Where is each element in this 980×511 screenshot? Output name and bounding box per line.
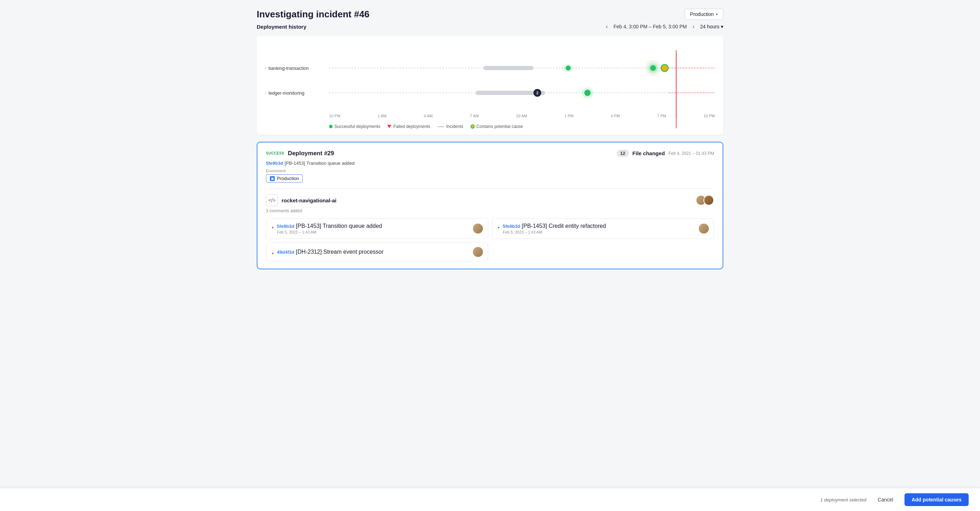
svg-point-8 bbox=[650, 65, 656, 71]
commit-hash-2: 5fe9b3d bbox=[503, 224, 520, 229]
legend-incidents-label: Incidents bbox=[446, 124, 463, 129]
commit-avatar-1 bbox=[473, 224, 483, 233]
commit-line-2: 5fe9b3d [PB-1453] Credit entity refactor… bbox=[503, 223, 606, 229]
page-header: Investigating incident #46 Production ▾ bbox=[257, 8, 723, 20]
page-title: Investigating incident #46 bbox=[257, 9, 369, 20]
chart-section: › banking-transaction bbox=[257, 36, 723, 135]
commit-line-1: 5fe9b3d [PB-1453] Transition queue added bbox=[277, 223, 382, 229]
svg-point-5 bbox=[566, 65, 571, 70]
env-section-label: Enviroment bbox=[266, 169, 714, 173]
legend-failed-label: Failed deployments bbox=[393, 124, 430, 129]
env-dropdown-label: Production bbox=[690, 11, 714, 17]
incident-line-icon bbox=[437, 126, 444, 127]
service-row-2: › ledger-monitoring 2 bbox=[265, 82, 715, 103]
ledger-service-line: 2 bbox=[329, 82, 715, 103]
commit-card-text-1: 5fe9b3d [PB-1453] Transition queue added… bbox=[277, 223, 382, 234]
env-tag-name: Production bbox=[277, 176, 299, 181]
file-count-badge: 12 bbox=[617, 149, 628, 157]
commit-msg-2: [PB-1453] Credit entity refactored bbox=[522, 223, 606, 229]
service-label-banking[interactable]: › banking-transaction bbox=[265, 65, 329, 71]
repo-row: </> rocket-navigational-ai bbox=[266, 194, 714, 206]
hours-dropdown[interactable]: 24 hours ▾ bbox=[700, 24, 723, 29]
commit-msg-3: [DH-2312] Stream event processor bbox=[296, 249, 383, 255]
chevron-down-icon: ▾ bbox=[721, 24, 723, 29]
legend-cause-label: Contains potential cause bbox=[477, 124, 523, 129]
time-axis: 10 PM 1 AM 4 AM 7 AM 10 AM 1 PM 4 PM 7 P… bbox=[329, 111, 715, 121]
commit-card-3: ⬥ 49d4f3d [DH-2312] Stream event process… bbox=[266, 243, 488, 262]
commit-card-text-3: 49d4f3d [DH-2312] Stream event processor bbox=[277, 249, 383, 255]
svg-rect-2 bbox=[483, 66, 533, 70]
repo-left: </> rocket-navigational-ai bbox=[266, 194, 336, 206]
legend-cause: Contains potential cause bbox=[471, 124, 523, 129]
selected-count-text: 1 deployment selected bbox=[821, 497, 867, 503]
time-label-0: 10 PM bbox=[329, 114, 340, 118]
commit-date-1: Feb 5, 2023 – 1:43 AM bbox=[277, 230, 382, 234]
successful-dot bbox=[329, 125, 332, 128]
banking-service-line bbox=[329, 57, 715, 79]
commit-icon-2: ⬥ bbox=[497, 224, 500, 230]
svg-point-17 bbox=[584, 90, 591, 96]
code-icon: </> bbox=[266, 194, 278, 206]
service-name-ledger: ledger-monitoring bbox=[269, 90, 304, 96]
next-time-button[interactable]: › bbox=[690, 23, 696, 30]
expand-icon: › bbox=[265, 66, 266, 70]
commit-avatar-3 bbox=[473, 247, 483, 257]
svg-point-9 bbox=[661, 65, 668, 71]
card-header: SUCCESS Deployment #29 12 File changed F… bbox=[266, 149, 714, 157]
commit-card-left-3: ⬥ 49d4f3d [DH-2312] Stream event process… bbox=[271, 249, 383, 256]
service-row-1: › banking-transaction bbox=[265, 57, 715, 79]
hours-label: 24 hours bbox=[700, 24, 719, 29]
commit-info: 5fe9b3d [PB-1453] Transition queue added bbox=[266, 160, 714, 166]
add-causes-button[interactable]: Add potential causes bbox=[904, 493, 969, 506]
repo-name: rocket-navigational-ai bbox=[282, 197, 336, 203]
commit-rest-main: [PB-1453] Transition queue added bbox=[283, 160, 355, 166]
cause-dot-icon bbox=[471, 124, 475, 129]
environment-dropdown[interactable]: Production ▾ bbox=[685, 8, 723, 20]
svg-text:2: 2 bbox=[536, 91, 539, 95]
commits-grid: ⬥ 5fe9b3d [PB-1453] Transition queue add… bbox=[266, 218, 714, 262]
legend-incidents: Incidents bbox=[437, 124, 463, 129]
legend-successful: Successful deployments bbox=[329, 124, 380, 129]
bottom-bar: 1 deployment selected Cancel Add potenti… bbox=[0, 488, 980, 511]
deployment-history-label: Deployment history bbox=[257, 24, 306, 30]
commit-hash-main: 5fe9b3d bbox=[266, 160, 283, 166]
env-tag: ▣ Production bbox=[266, 175, 303, 182]
service-label-ledger[interactable]: › ledger-monitoring bbox=[265, 90, 329, 96]
prev-time-button[interactable]: ‹ bbox=[604, 23, 610, 30]
expand-icon: › bbox=[265, 91, 266, 95]
commit-icon-3: ⬥ bbox=[271, 250, 274, 256]
legend-failed: Failed deployments bbox=[387, 124, 430, 129]
time-label-3: 7 AM bbox=[470, 114, 479, 118]
commit-date-2: Feb 5, 2023 – 1:43 AM bbox=[503, 230, 606, 234]
divider bbox=[266, 188, 714, 189]
time-label-4: 10 AM bbox=[516, 114, 527, 118]
legend-successful-label: Successful deployments bbox=[334, 124, 380, 129]
deployment-title: Deployment #29 bbox=[288, 150, 334, 157]
failed-triangle-icon bbox=[387, 125, 391, 128]
chart-area: › banking-transaction bbox=[265, 43, 715, 121]
time-label-8: 10 PM bbox=[703, 114, 715, 118]
commit-line-3: 49d4f3d [DH-2312] Stream event processor bbox=[277, 249, 383, 255]
commit-card-1: ⬥ 5fe9b3d [PB-1453] Transition queue add… bbox=[266, 218, 488, 239]
commit-card-left-2: ⬥ 5fe9b3d [PB-1453] Credit entity refact… bbox=[497, 223, 606, 234]
time-label-6: 4 PM bbox=[611, 114, 620, 118]
time-label-5: 1 PM bbox=[565, 114, 574, 118]
commit-card-left-1: ⬥ 5fe9b3d [PB-1453] Transition queue add… bbox=[271, 223, 382, 234]
avatar-2 bbox=[703, 195, 714, 206]
deployment-history-header: Deployment history ‹ Feb 4, 3:00 PM – Fe… bbox=[257, 23, 723, 30]
cancel-button[interactable]: Cancel bbox=[872, 494, 899, 505]
env-tag-icon: ▣ bbox=[270, 176, 275, 181]
commit-msg-1: [PB-1453] Transition queue added bbox=[296, 223, 382, 229]
card-title-right: 12 File changed Feb 4, 2021 – 01:43 PM bbox=[617, 149, 714, 157]
file-changed-label: File changed bbox=[633, 150, 665, 156]
commit-hash-3: 49d4f3d bbox=[277, 249, 294, 255]
chart-legend: Successful deployments Failed deployment… bbox=[265, 124, 715, 129]
commit-hash-1: 5fe9b3d bbox=[277, 224, 294, 229]
file-date: Feb 4, 2021 – 01:43 PM bbox=[668, 151, 714, 156]
comments-text: 3 comments added bbox=[266, 208, 714, 213]
commit-card-text-2: 5fe9b3d [PB-1453] Credit entity refactor… bbox=[503, 223, 606, 234]
time-nav: ‹ Feb 4, 3:00 PM – Feb 5, 3:00 PM › 24 h… bbox=[604, 23, 723, 30]
commit-icon-1: ⬥ bbox=[271, 224, 274, 230]
time-range-label: Feb 4, 3:00 PM – Feb 5, 3:00 PM bbox=[613, 24, 687, 29]
card-title-left: SUCCESS Deployment #29 bbox=[266, 150, 334, 157]
